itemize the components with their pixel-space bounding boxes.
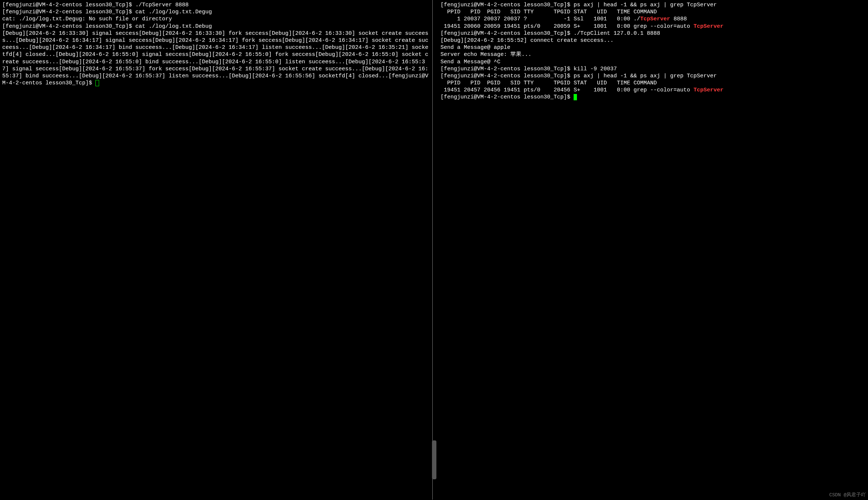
ps-row: 19451 20060 20059 19451 pts/0 20059 S+ 1… [440, 23, 693, 30]
left-pane-scrollbar[interactable] [432, 440, 436, 479]
prompt: [fengjunzi@VM-4-2-centos lesson30_Tcp]$ [440, 30, 574, 37]
ps-row: 19451 20457 20456 19451 pts/0 20456 S+ 1… [440, 87, 693, 93]
ps-header: PPID PID PGID SID TTY TPGID STAT UID TIM… [440, 9, 657, 15]
grep-match: TcpServer [640, 16, 670, 22]
command: cat ./log/log.txt.Debug [135, 23, 212, 30]
right-terminal-pane[interactable]: [fengjunzi@VM-4-2-centos lesson30_Tcp]$ … [438, 0, 868, 500]
prompt: [fengjunzi@VM-4-2-centos lesson30_Tcp]$ [440, 66, 574, 72]
output-line: Server echo Message: 苹果... [440, 51, 531, 58]
command: ps axj | head -1 && ps axj | grep TcpSer… [574, 73, 717, 79]
output-line: Send a Message@ ^C [440, 59, 500, 65]
ps-header: PPID PID PGID SID TTY TPGID STAT UID TIM… [440, 80, 657, 86]
output-line: cat: ./log/log.txt.Degug: No such file o… [2, 16, 172, 22]
prompt: [fengjunzi@VM-4-2-centos lesson30_Tcp]$ [2, 23, 135, 30]
output-line: Send a Message@ apple [440, 44, 510, 51]
command: cat ./log/log.txt.Degug [135, 9, 212, 15]
log-output: [Debug][2024-6-2 16:33:30] signal secces… [2, 30, 428, 79]
command: ./TcpServer 8888 [135, 2, 189, 8]
prompt: [fengjunzi@VM-4-2-centos lesson30_Tcp]$ [440, 73, 574, 79]
command: ./TcpClient 127.0.0.1 8888 [574, 30, 660, 37]
left-terminal-pane[interactable]: [fengjunzi@VM-4-2-centos lesson30_Tcp]$ … [0, 0, 433, 500]
ps-row: 8888 [670, 16, 687, 22]
prompt: [fengjunzi@VM-4-2-centos lesson30_Tcp]$ [440, 2, 574, 8]
prompt: [fengjunzi@VM-4-2-centos lesson30_Tcp]$ [2, 9, 135, 15]
prompt: [fengjunzi@VM-4-2-centos lesson30_Tcp]$ [440, 94, 574, 100]
output-line: [Debug][2024-6-2 16:55:52] connect creat… [440, 37, 614, 44]
prompt: [fengjunzi@VM-4-2-centos lesson30_Tcp]$ [2, 2, 135, 8]
watermark: CSDN @风君子吖 [829, 492, 866, 499]
cursor-block [574, 94, 577, 100]
grep-match: TcpServer [693, 23, 723, 30]
cursor-outline [95, 80, 99, 86]
ps-row: 1 20037 20037 20037 ? -1 Ssl 1001 0:00 .… [440, 16, 640, 22]
command: ps axj | head -1 && ps axj | grep TcpSer… [574, 2, 717, 8]
command: kill -9 20037 [574, 66, 617, 72]
grep-match: TcpServer [693, 87, 723, 93]
